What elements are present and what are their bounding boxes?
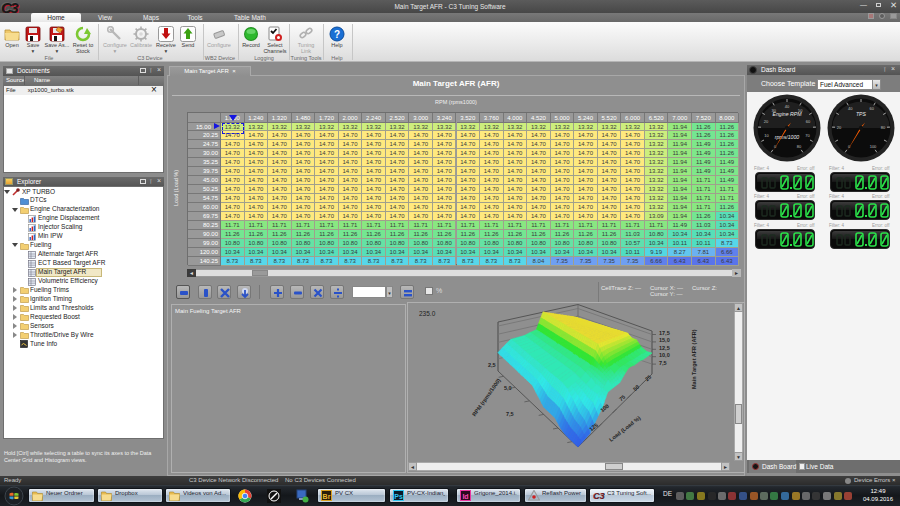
svg-text:40: 40 (848, 106, 853, 111)
svg-text:70: 70 (805, 133, 810, 138)
svg-text:80: 80 (881, 125, 886, 130)
svg-text:TPS: TPS (856, 111, 867, 117)
svg-text:10: 10 (764, 133, 769, 138)
svg-text:Id: Id (462, 493, 468, 500)
svg-text:C3: C3 (593, 491, 604, 501)
svg-text:60: 60 (806, 119, 811, 124)
svg-text:Ps: Ps (394, 493, 403, 500)
svg-text:60: 60 (870, 106, 875, 111)
svg-text:Br: Br (323, 493, 331, 500)
svg-text:100: 100 (870, 144, 877, 149)
svg-text:80: 80 (797, 144, 802, 149)
svg-text:Engine RPM: Engine RPM (772, 111, 802, 117)
svg-text:20: 20 (764, 119, 769, 124)
svg-text:20: 20 (837, 125, 842, 130)
svg-text:rpms/1000: rpms/1000 (775, 134, 800, 140)
svg-text:40: 40 (785, 104, 790, 109)
svg-text:?: ? (334, 29, 340, 40)
